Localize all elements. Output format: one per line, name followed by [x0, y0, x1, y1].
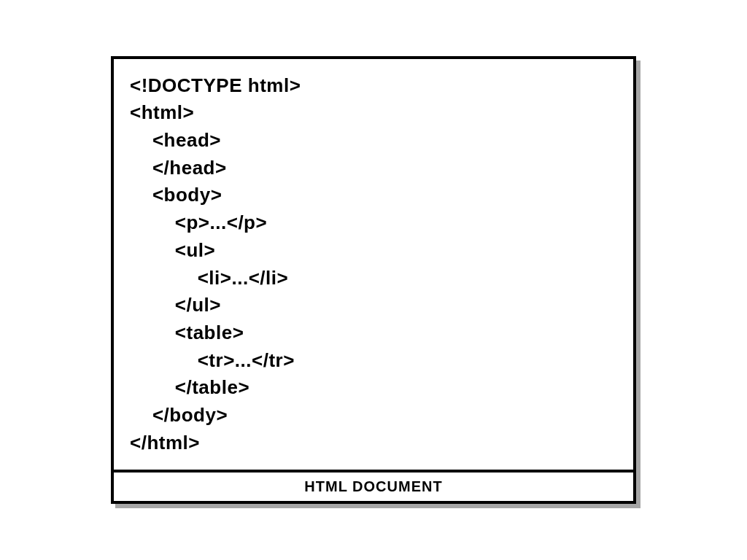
code-line: <p>...</p> [130, 209, 617, 237]
code-line: <head> [130, 127, 617, 155]
code-line: </head> [130, 155, 617, 182]
code-line: <ul> [130, 237, 617, 265]
code-line: <html> [130, 99, 617, 127]
code-box: <!DOCTYPE html> <html> <head> </head> <b… [111, 56, 636, 473]
code-line: <li>...</li> [130, 265, 617, 292]
caption-box: HTML DOCUMENT [111, 472, 636, 504]
code-line: </body> [130, 402, 617, 429]
html-structure-diagram: <!DOCTYPE html> <html> <head> </head> <b… [111, 56, 636, 505]
code-line: <tr>...</tr> [130, 347, 617, 375]
code-line: </ul> [130, 292, 617, 319]
code-line: <table> [130, 319, 617, 347]
code-line: <!DOCTYPE html> [130, 72, 617, 100]
code-line: </html> [130, 429, 617, 457]
code-line: <body> [130, 182, 617, 209]
code-line: </table> [130, 374, 617, 402]
caption-label: HTML DOCUMENT [114, 478, 633, 495]
